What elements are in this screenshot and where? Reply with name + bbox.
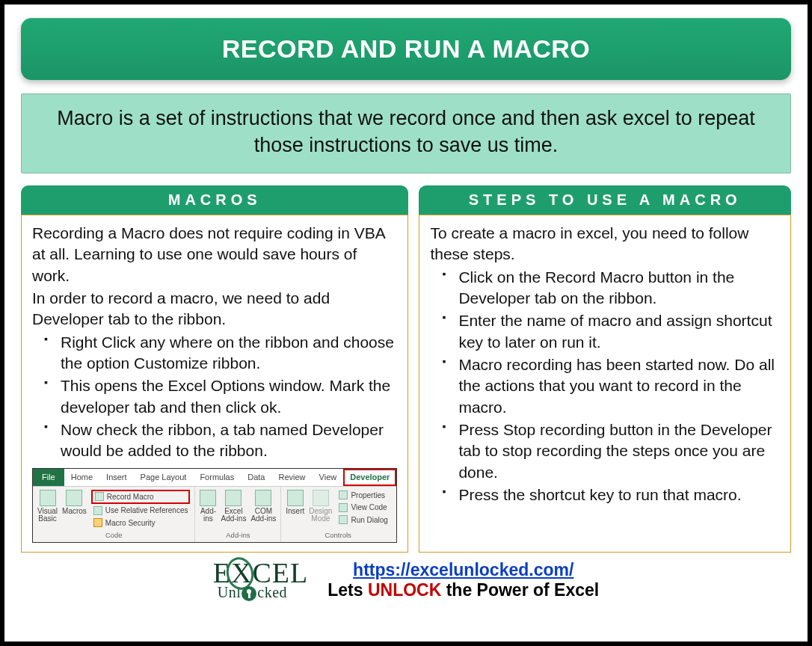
definition-text: Macro is a set of instructions that we r… xyxy=(21,93,791,173)
page-title: RECORD AND RUN A MACRO xyxy=(21,18,791,80)
com-addins-icon xyxy=(255,490,271,506)
list-item: Macro recording has been started now. Do… xyxy=(446,354,780,418)
addins-icon xyxy=(200,490,216,506)
macro-security-icon xyxy=(93,518,102,527)
list-item: Now check the ribbon, a tab named Develo… xyxy=(49,419,397,462)
run-dialog-label: Run Dialog xyxy=(351,515,387,526)
record-macro-label: Record Macro xyxy=(107,492,154,502)
list-item: Press the shortcut key to run that macro… xyxy=(446,485,780,505)
columns-wrap: MACROS Recording a Macro does not requir… xyxy=(21,185,791,553)
insert-control-icon xyxy=(287,490,304,506)
logo-x-wrap: X xyxy=(231,560,252,586)
ribbon-groups: Visual Basic Macros Record Macro xyxy=(33,487,396,542)
ribbon-tab-review: Review xyxy=(271,469,312,486)
properties-icon xyxy=(339,490,348,499)
macro-security-button: Macro Security xyxy=(91,517,191,529)
excel-ribbon-screenshot: File Home Insert Page Layout Formulas Da… xyxy=(32,468,397,543)
keyhole-icon xyxy=(242,586,256,601)
insert-control-label: Insert xyxy=(286,508,304,516)
record-macro-icon xyxy=(95,492,104,501)
addins-label: Add- ins xyxy=(200,508,216,523)
macros-label: Macros xyxy=(62,508,87,516)
ribbon-tab-insert: Insert xyxy=(99,469,134,486)
design-mode-label: Design Mode xyxy=(309,508,332,523)
use-relative-references-icon xyxy=(93,506,102,515)
design-mode-icon xyxy=(313,490,329,506)
ribbon-tab-view: View xyxy=(313,469,344,486)
left-column-header: MACROS xyxy=(21,185,408,215)
view-code-button: View Code xyxy=(336,502,390,514)
use-relative-references-label: Use Relative References xyxy=(105,505,188,516)
excel-addins-button: Excel Add-ins xyxy=(221,490,246,523)
ribbon-tab-home: Home xyxy=(64,469,99,486)
design-mode-button: Design Mode xyxy=(309,490,332,523)
site-link[interactable]: https://excelunlocked.com/ xyxy=(353,560,573,579)
list-item: Right Click any where on the ribbon and … xyxy=(49,332,397,375)
visual-basic-icon xyxy=(40,490,56,506)
visual-basic-label: Visual Basic xyxy=(37,508,58,523)
ribbon-group-label-addins: Add-ins xyxy=(200,531,276,541)
right-column-header: STEPS TO USE A MACRO xyxy=(419,185,791,215)
com-addins-label: COM Add-ins xyxy=(250,508,276,523)
excel-unlocked-logo: E X CEL Unl cked xyxy=(213,560,308,600)
macros-icon xyxy=(66,490,82,506)
logo-top-row: E X CEL xyxy=(213,560,308,586)
macro-security-label: Macro Security xyxy=(105,518,156,529)
left-bullet-list: Right Click any where on the ribbon and … xyxy=(32,332,397,462)
insert-control-button: Insert xyxy=(286,490,304,516)
run-dialog-icon xyxy=(339,515,348,524)
logo-text-cked: cked xyxy=(257,585,287,599)
macros-button: Macros xyxy=(62,490,87,516)
use-relative-references-button: Use Relative References xyxy=(91,505,191,517)
properties-label: Properties xyxy=(351,490,385,501)
right-column-body: To create a macro in excel, you need to … xyxy=(419,215,791,553)
com-addins-button: COM Add-ins xyxy=(250,490,276,523)
view-code-label: View Code xyxy=(351,502,387,513)
run-dialog-button: Run Dialog xyxy=(336,514,390,526)
footer: E X CEL Unl cked https://excelunlocked.c… xyxy=(21,560,791,600)
right-column: STEPS TO USE A MACRO To create a macro i… xyxy=(419,185,791,553)
tagline: Lets UNLOCK the Power of Excel xyxy=(327,580,599,600)
ribbon-tab-file: File xyxy=(33,469,64,486)
ribbon-tab-formulas: Formulas xyxy=(193,469,241,486)
tagline-unlock: UNLOCK xyxy=(368,580,441,600)
ribbon-tab-developer: Developer xyxy=(343,469,396,486)
ribbon-group-controls: Insert Design Mode Properties xyxy=(281,487,395,542)
left-column: MACROS Recording a Macro does not requir… xyxy=(21,185,408,553)
list-item: Press Stop recording button in the Devel… xyxy=(446,419,780,483)
ribbon-group-label-code: Code xyxy=(37,531,190,541)
tagline-before: Lets xyxy=(327,580,368,600)
excel-addins-icon xyxy=(225,490,242,506)
right-bullet-list: Click on the Record Macro button in the … xyxy=(430,267,780,506)
left-column-body: Recording a Macro does not require codin… xyxy=(21,215,408,553)
visual-basic-button: Visual Basic xyxy=(37,490,58,523)
footer-text: https://excelunlocked.com/ Lets UNLOCK t… xyxy=(327,560,599,600)
excel-addins-label: Excel Add-ins xyxy=(221,508,246,523)
list-item: This opens the Excel Options window. Mar… xyxy=(49,375,397,418)
logo-letters-cel: CEL xyxy=(252,560,308,586)
ribbon-group-addins: Add- ins Excel Add-ins COM Add-ins xyxy=(195,487,281,542)
tagline-after: the Power of Excel xyxy=(441,580,599,600)
list-item: Click on the Record Macro button in the … xyxy=(446,267,780,310)
right-intro: To create a macro in excel, you need to … xyxy=(430,223,780,265)
ribbon-tabs: File Home Insert Page Layout Formulas Da… xyxy=(33,469,396,487)
document-frame: RECORD AND RUN A MACRO Macro is a set of… xyxy=(0,0,812,646)
ribbon-group-code: Visual Basic Macros Record Macro xyxy=(33,487,195,542)
addins-button: Add- ins xyxy=(200,490,216,523)
list-item: Enter the name of macro and assign short… xyxy=(446,310,780,353)
ribbon-tab-page-layout: Page Layout xyxy=(134,469,194,486)
view-code-icon xyxy=(339,503,348,512)
ribbon-tab-data: Data xyxy=(241,469,271,486)
properties-button: Properties xyxy=(336,490,390,502)
ribbon-group-label-controls: Controls xyxy=(286,531,390,541)
left-intro-1: Recording a Macro does not require codin… xyxy=(32,223,397,286)
record-macro-button: Record Macro xyxy=(91,490,191,505)
left-intro-2: In order to record a macro, we need to a… xyxy=(32,288,397,330)
